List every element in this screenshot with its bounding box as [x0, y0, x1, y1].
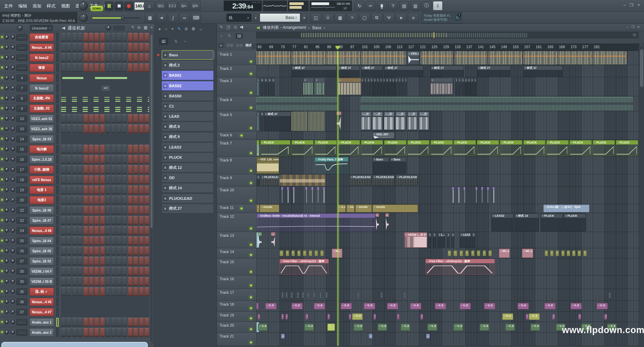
channel-volume-knob[interactable]: [11, 45, 15, 50]
playlist-clip[interactable]: »vocals: [355, 205, 372, 212]
step-edit-icon[interactable]: ▦: [145, 13, 155, 22]
channel-selector[interactable]: [56, 277, 59, 286]
step-cell[interactable]: [83, 287, 88, 296]
step-cell[interactable]: [133, 287, 138, 296]
add-track-button[interactable]: +: [218, 43, 224, 48]
step-cell[interactable]: [61, 124, 66, 133]
playlist-clip[interactable]: ≡: [392, 78, 395, 96]
step-cell[interactable]: [83, 257, 88, 266]
step-cell[interactable]: [61, 33, 66, 42]
step-cell[interactable]: [117, 155, 121, 164]
channel-name-button[interactable]: 流..他 ♬: [29, 288, 54, 296]
mixer-panel-button[interactable]: ⌗: [347, 13, 358, 22]
countdown-icon[interactable]: 3.2.1: [167, 1, 178, 11]
help-button[interactable]: ?: [388, 1, 398, 11]
playlist-scrollbar[interactable]: ⌃: [639, 43, 644, 347]
playlist-clip[interactable]: »: [483, 250, 486, 256]
channel-led[interactable]: [1, 198, 3, 201]
track-led[interactable]: [249, 328, 253, 331]
channel-pan-knob[interactable]: [4, 330, 9, 334]
playlist-clip[interactable]: [325, 292, 328, 298]
step-cell[interactable]: [100, 206, 105, 215]
playlist-clip[interactable]: »V..9: [387, 303, 398, 309]
step-cell[interactable]: [78, 257, 82, 266]
step-cell[interactable]: [128, 287, 133, 296]
main-volume-knob[interactable]: [79, 14, 88, 22]
track-led[interactable]: [240, 207, 243, 210]
step-cell[interactable]: [117, 33, 121, 42]
channel-preview-rows[interactable]: [61, 93, 149, 103]
track-options-icon[interactable]: ···: [220, 342, 224, 345]
step-cell[interactable]: [66, 318, 71, 327]
song-mode-button[interactable]: SONG: [91, 6, 103, 11]
channel-volume-knob[interactable]: [11, 310, 15, 314]
step-cell[interactable]: [72, 186, 77, 194]
step-cell[interactable]: [139, 165, 144, 174]
step-cell[interactable]: [100, 114, 105, 123]
track-header[interactable]: Track 3···: [217, 77, 257, 96]
step-cell[interactable]: [117, 114, 121, 123]
step-cell[interactable]: [83, 165, 88, 174]
playlist-clip[interactable]: »: [338, 78, 361, 96]
minimap-next-icon[interactable]: ›: [632, 33, 637, 37]
step-cell[interactable]: [89, 165, 94, 174]
playlist-clip[interactable]: ≡PLUCKLEAD: [396, 175, 418, 186]
playlist-clip[interactable]: »V..6: [480, 324, 489, 331]
playlist-clip[interactable]: [291, 112, 308, 131]
channel-pan-knob[interactable]: [4, 228, 9, 233]
playlist-clip[interactable]: »: [448, 250, 451, 256]
step-cell[interactable]: [133, 267, 138, 276]
playlist-clip[interactable]: ≡: [367, 78, 370, 96]
playlist-clip[interactable]: »: [303, 250, 306, 256]
channel-name-button[interactable]: fk bass2: [29, 84, 54, 92]
step-cell[interactable]: [61, 206, 66, 215]
playlist-clip[interactable]: »: [258, 314, 260, 320]
playlist-clip[interactable]: ≡: [455, 78, 458, 96]
loop-record-icon[interactable]: Ш+: [179, 1, 189, 11]
step-cell[interactable]: [128, 318, 133, 327]
step-cell[interactable]: [61, 287, 66, 296]
playlist-clip[interactable]: ≡: [430, 78, 453, 96]
step-cell[interactable]: [122, 318, 127, 327]
step-cell[interactable]: [100, 318, 105, 327]
step-cell[interactable]: [105, 318, 110, 327]
step-cell[interactable]: [89, 114, 94, 123]
track-led[interactable]: [249, 106, 253, 109]
channel-filter-dropdown[interactable]: Unsorted▸: [30, 25, 53, 31]
slip-tool-icon[interactable]: ⊘: [184, 26, 188, 31]
channel-volume-knob[interactable]: [11, 249, 15, 253]
track-header[interactable]: Track 17···: [217, 289, 257, 301]
channel-name-button[interactable]: 吉他琶音: [29, 33, 54, 41]
step-cell[interactable]: [122, 63, 127, 72]
step-cell[interactable]: [117, 216, 121, 225]
step-cell[interactable]: [66, 165, 71, 174]
step-cell[interactable]: [105, 257, 110, 266]
step-cell[interactable]: [78, 124, 82, 133]
pattern-item[interactable]: ≣BASS0: [162, 91, 214, 101]
channel-name-button[interactable]: 电音 1: [29, 186, 54, 194]
step-cell[interactable]: [78, 175, 82, 184]
playlist-clip[interactable]: »..片: [396, 112, 406, 131]
playlist-clip[interactable]: [302, 292, 304, 298]
step-cell[interactable]: [105, 114, 110, 123]
playlist-clip[interactable]: »..片: [361, 112, 371, 131]
playlist-clip[interactable]: »: [572, 250, 576, 256]
playlist-clip[interactable]: ≡: [257, 78, 259, 96]
channel-pattern-number[interactable]: 25: [16, 237, 27, 244]
track-header[interactable]: Track 20···: [217, 322, 257, 333]
playlist-clip[interactable]: ≡: [364, 78, 367, 96]
playlist-clip[interactable]: ~PLUCK: [384, 140, 406, 156]
channel-volume-knob[interactable]: [11, 259, 15, 263]
playlist-clip[interactable]: ≡: [361, 78, 364, 96]
picker-tab-样式[interactable]: 样式: [245, 43, 252, 48]
track-lane[interactable]: [257, 312, 639, 322]
step-cell[interactable]: [122, 328, 127, 337]
step-cell[interactable]: [111, 165, 116, 174]
step-cell[interactable]: [100, 196, 105, 205]
playlist-clip[interactable]: »: [578, 314, 581, 320]
step-cell[interactable]: [144, 155, 149, 164]
step-cell[interactable]: [144, 165, 149, 174]
step-cell[interactable]: [139, 124, 144, 133]
step-cell[interactable]: [111, 155, 116, 164]
step-cell[interactable]: [83, 145, 88, 154]
